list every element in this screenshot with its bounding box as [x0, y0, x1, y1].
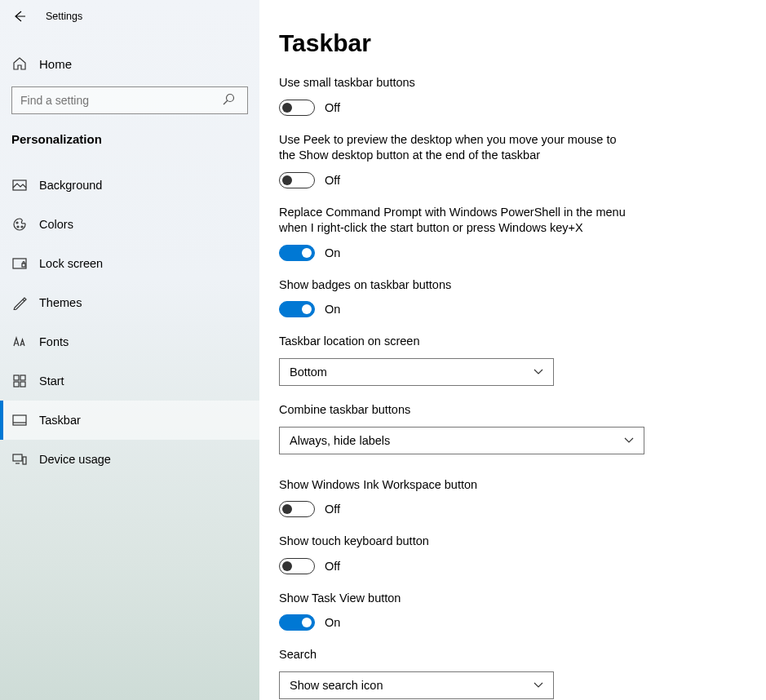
search-input[interactable] — [11, 86, 248, 114]
sidebar-item-label: Lock screen — [39, 257, 103, 270]
setting-combine: Combine taskbar buttons Always, hide lab… — [279, 402, 630, 454]
svg-rect-6 — [22, 264, 25, 267]
sidebar-item-start[interactable]: Start — [0, 361, 259, 401]
setting-peek: Use Peek to preview the desktop when you… — [279, 132, 630, 188]
chevron-down-icon — [534, 369, 543, 375]
toggle-taskview[interactable] — [279, 614, 315, 631]
dropdown-location[interactable]: Bottom — [279, 358, 554, 386]
dropdown-search[interactable]: Show search icon — [279, 671, 554, 699]
sidebar-item-label: Background — [39, 179, 102, 192]
svg-point-2 — [16, 222, 18, 224]
setting-taskview: Show Task View button On — [279, 591, 630, 631]
sidebar-item-label: Themes — [39, 296, 82, 309]
arrow-left-icon — [13, 10, 26, 23]
setting-label: Replace Command Prompt with Windows Powe… — [279, 205, 630, 237]
toggle-state: On — [325, 616, 340, 629]
back-button[interactable] — [11, 8, 28, 24]
background-icon — [11, 177, 28, 193]
svg-rect-10 — [20, 382, 25, 387]
sidebar-item-label: Taskbar — [39, 414, 81, 427]
chevron-down-icon — [534, 682, 543, 689]
dropdown-value: Bottom — [290, 366, 327, 379]
toggle-small-buttons[interactable] — [279, 100, 315, 116]
sidebar-nav: Background Colors Lock screen Themes — [0, 166, 259, 479]
sidebar-item-label: Device usage — [39, 453, 111, 466]
start-icon — [11, 373, 28, 389]
sidebar-item-label: Colors — [39, 218, 73, 231]
toggle-state: Off — [325, 560, 340, 573]
svg-rect-9 — [14, 382, 19, 387]
settings-app: Settings Home Personalization Backgro — [0, 0, 766, 700]
lockscreen-icon — [11, 255, 28, 272]
setting-search: Search Show search icon — [279, 647, 630, 699]
setting-ink: Show Windows Ink Workspace button Off — [279, 477, 630, 518]
sidebar-item-home[interactable]: Home — [0, 46, 259, 82]
toggle-state: Off — [325, 174, 340, 187]
svg-rect-13 — [13, 454, 22, 461]
setting-label: Use small taskbar buttons — [279, 75, 630, 91]
svg-rect-11 — [13, 415, 26, 425]
fonts-icon — [11, 334, 28, 350]
setting-label: Use Peek to preview the desktop when you… — [279, 132, 630, 164]
setting-touchkb: Show touch keyboard button Off — [279, 534, 630, 574]
toggle-touchkb[interactable] — [279, 558, 315, 574]
chevron-down-icon — [624, 437, 634, 444]
toggle-badges[interactable] — [279, 301, 315, 317]
toggle-ink[interactable] — [279, 501, 315, 517]
device-usage-icon — [11, 451, 28, 467]
svg-rect-14 — [23, 457, 26, 464]
dropdown-value: Always, hide labels — [290, 434, 390, 447]
toggle-state: On — [325, 246, 340, 259]
setting-label: Search — [279, 647, 630, 663]
sidebar-item-themes[interactable]: Themes — [0, 283, 259, 322]
sidebar-item-label: Start — [39, 374, 64, 388]
sidebar-item-label: Fonts — [39, 335, 69, 348]
sidebar-item-background[interactable]: Background — [0, 166, 259, 205]
toggle-state: Off — [325, 503, 340, 516]
search-icon — [223, 93, 235, 105]
setting-label: Show Windows Ink Workspace button — [279, 477, 630, 494]
window-title: Settings — [46, 11, 82, 22]
sidebar: Settings Home Personalization Backgro — [0, 0, 259, 700]
colors-icon — [11, 216, 28, 233]
setting-label: Show touch keyboard button — [279, 534, 630, 550]
toggle-peek[interactable] — [279, 172, 315, 188]
toggle-state: On — [325, 303, 340, 316]
setting-small-buttons: Use small taskbar buttons Off — [279, 75, 630, 116]
toggle-state: Off — [325, 101, 340, 114]
titlebar: Settings — [0, 0, 259, 33]
svg-point-3 — [17, 226, 19, 228]
home-icon — [11, 55, 28, 72]
sidebar-item-device-usage[interactable]: Device usage — [0, 440, 259, 479]
toggle-powershell[interactable] — [279, 245, 315, 261]
dropdown-value: Show search icon — [290, 679, 383, 692]
dropdown-combine[interactable]: Always, hide labels — [279, 427, 644, 454]
setting-badges: Show badges on taskbar buttons On — [279, 277, 630, 318]
section-title: Personalization — [0, 114, 259, 154]
taskbar-icon — [11, 412, 28, 428]
setting-label: Combine taskbar buttons — [279, 402, 630, 419]
main-content: Taskbar Use small taskbar buttons Off Us… — [259, 0, 766, 700]
setting-location: Taskbar location on screen Bottom — [279, 334, 630, 386]
sidebar-item-lockscreen[interactable]: Lock screen — [0, 244, 259, 283]
setting-label: Show badges on taskbar buttons — [279, 277, 630, 294]
setting-powershell: Replace Command Prompt with Windows Powe… — [279, 205, 630, 261]
sidebar-item-fonts[interactable]: Fonts — [0, 322, 259, 361]
svg-point-4 — [21, 226, 23, 228]
setting-label: Taskbar location on screen — [279, 334, 630, 350]
setting-label: Show Task View button — [279, 591, 630, 607]
sidebar-item-colors[interactable]: Colors — [0, 205, 259, 244]
sidebar-item-taskbar[interactable]: Taskbar — [0, 401, 259, 440]
svg-rect-7 — [14, 375, 19, 380]
svg-rect-8 — [20, 375, 25, 380]
page-title: Taskbar — [279, 29, 766, 57]
themes-icon — [11, 295, 28, 311]
home-label: Home — [39, 57, 72, 71]
